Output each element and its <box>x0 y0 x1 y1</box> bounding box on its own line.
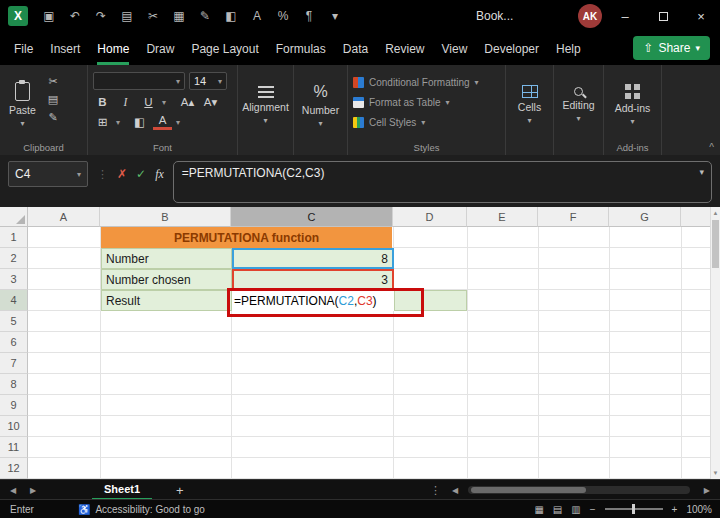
cell-b2[interactable]: Number <box>101 248 232 269</box>
row-header-7[interactable]: 7 <box>0 353 28 374</box>
addins-button[interactable]: Add-ins ▾ <box>609 72 656 138</box>
tab-home[interactable]: Home <box>97 32 129 65</box>
tab-insert[interactable]: Insert <box>50 32 80 65</box>
row-header-12[interactable]: 12 <box>0 458 28 479</box>
zoom-out-icon[interactable]: − <box>590 504 596 515</box>
tab-draw[interactable]: Draw <box>146 32 174 65</box>
tab-help[interactable]: Help <box>556 32 581 65</box>
more-options-icon[interactable]: ⋮ <box>430 480 441 500</box>
fill-color-icon[interactable]: ◧ <box>218 9 244 23</box>
customize-qat-icon[interactable]: ▾ <box>322 9 348 23</box>
horizontal-scrollbar[interactable] <box>468 486 690 494</box>
accessibility-status[interactable]: ♿ Accessibility: Good to go <box>78 504 205 515</box>
scroll-up-icon[interactable]: ▲ <box>711 207 720 219</box>
draw-icon[interactable]: ✎ <box>192 9 218 23</box>
format-painter-icon[interactable]: ✎ <box>48 111 58 124</box>
cell-c3[interactable]: 3 <box>232 269 394 290</box>
percent-style-icon[interactable]: % <box>270 9 296 23</box>
account-avatar[interactable]: AK <box>578 4 602 28</box>
format-as-table-button[interactable]: Format as Table ▾ <box>353 92 500 112</box>
redo-icon[interactable]: ↷ <box>88 9 114 23</box>
sheet-tab-sheet1[interactable]: Sheet1 <box>92 480 152 500</box>
minimize-button[interactable]: – <box>606 0 644 32</box>
zoom-in-icon[interactable]: + <box>672 504 678 515</box>
font-color-button[interactable]: A <box>153 114 172 130</box>
row-header-6[interactable]: 6 <box>0 332 28 353</box>
page-layout-view-icon[interactable]: ▤ <box>553 504 562 515</box>
close-button[interactable]: × <box>682 0 720 32</box>
column-header-d[interactable]: D <box>393 207 467 227</box>
zoom-level[interactable]: 100% <box>686 504 712 515</box>
borders-button[interactable]: ⊞ <box>93 115 112 129</box>
editing-button[interactable]: Editing ▾ <box>559 72 598 138</box>
normal-view-icon[interactable]: ▦ <box>534 504 543 515</box>
underline-button[interactable]: U <box>139 96 158 108</box>
row-header-11[interactable]: 11 <box>0 437 28 458</box>
grow-font-button[interactable]: A▴ <box>178 95 197 109</box>
scroll-right-icon[interactable]: ▶ <box>704 480 710 500</box>
column-header-c[interactable]: C <box>231 207 393 227</box>
copy-icon[interactable]: ▤ <box>48 93 58 106</box>
row-header-4[interactable]: 4 <box>0 290 28 311</box>
next-sheet-icon[interactable]: ▶ <box>30 480 36 500</box>
column-header-g[interactable]: G <box>609 207 681 227</box>
confirm-entry-icon[interactable]: ✓ <box>136 167 146 181</box>
row-header-9[interactable]: 9 <box>0 395 28 416</box>
cut-icon[interactable]: ✂ <box>48 75 58 88</box>
scroll-down-icon[interactable]: ▼ <box>711 467 720 479</box>
name-box[interactable]: C4 ▾ <box>8 161 88 187</box>
alignment-button[interactable]: Alignment ▾ <box>243 72 288 138</box>
row-header-8[interactable]: 8 <box>0 374 28 395</box>
zoom-slider-thumb[interactable] <box>632 504 635 514</box>
cell-b1-title[interactable]: PERMUTATIONA function <box>101 227 392 248</box>
row-header-10[interactable]: 10 <box>0 416 28 437</box>
cell-styles-button[interactable]: Cell Styles ▾ <box>353 112 500 132</box>
paragraph-icon[interactable]: ¶ <box>296 9 322 23</box>
column-header-a[interactable]: A <box>28 207 100 227</box>
collapse-ribbon-icon[interactable]: ^ <box>709 142 714 153</box>
column-header-f[interactable]: F <box>538 207 609 227</box>
worksheet-grid[interactable]: PERMUTATIONA function Number 8 Number ch… <box>28 227 710 479</box>
tab-file[interactable]: File <box>14 32 33 65</box>
row-header-3[interactable]: 3 <box>0 269 28 290</box>
italic-button[interactable]: I <box>116 96 135 108</box>
row-header-5[interactable]: 5 <box>0 311 28 332</box>
row-header-1[interactable]: 1 <box>0 227 28 248</box>
tab-developer[interactable]: Developer <box>484 32 539 65</box>
bold-button[interactable]: B <box>93 96 112 108</box>
shrink-font-button[interactable]: A▾ <box>201 95 220 109</box>
conditional-formatting-button[interactable]: Conditional Formatting ▾ <box>353 72 500 92</box>
expand-formula-bar-icon[interactable]: ▾ <box>699 167 704 177</box>
font-color-icon[interactable]: A <box>244 9 270 23</box>
table-icon[interactable]: ▦ <box>166 9 192 23</box>
cell-c4-editing[interactable]: =PERMUTATIONA(C2,C3) <box>232 290 394 311</box>
share-button[interactable]: ⇧ Share ▾ <box>633 36 710 60</box>
cell-b3[interactable]: Number chosen <box>101 269 232 290</box>
formula-input[interactable]: =PERMUTATIONA(C2,C3) ▾ <box>173 161 712 203</box>
restore-button[interactable] <box>644 0 682 32</box>
tab-data[interactable]: Data <box>343 32 368 65</box>
cells-button[interactable]: Cells ▾ <box>511 72 548 138</box>
tab-review[interactable]: Review <box>385 32 424 65</box>
column-header-b[interactable]: B <box>100 207 231 227</box>
column-header-e[interactable]: E <box>467 207 538 227</box>
horizontal-scroll-thumb[interactable] <box>471 487 586 493</box>
save-icon[interactable]: ▣ <box>36 9 62 23</box>
tab-view[interactable]: View <box>442 32 468 65</box>
insert-function-icon[interactable]: fx <box>155 167 164 182</box>
page-break-view-icon[interactable]: ▥ <box>571 504 580 515</box>
copy-icon[interactable]: ▤ <box>114 9 140 23</box>
cancel-entry-icon[interactable]: ✗ <box>117 167 127 181</box>
paste-button[interactable]: Paste ▾ <box>5 72 40 138</box>
zoom-slider[interactable] <box>605 508 663 510</box>
font-size-select[interactable]: 14 ▾ <box>189 72 227 90</box>
cell-c2[interactable]: 8 <box>232 248 394 269</box>
cell-b4[interactable]: Result <box>101 290 232 311</box>
tab-page-layout[interactable]: Page Layout <box>191 32 258 65</box>
fill-color-button[interactable]: ◧ <box>130 115 149 129</box>
scroll-left-icon[interactable]: ◀ <box>452 480 458 500</box>
undo-icon[interactable]: ↶ <box>62 9 88 23</box>
cut-icon[interactable]: ✂ <box>140 9 166 23</box>
number-button[interactable]: % Number ▾ <box>299 72 342 138</box>
row-header-2[interactable]: 2 <box>0 248 28 269</box>
